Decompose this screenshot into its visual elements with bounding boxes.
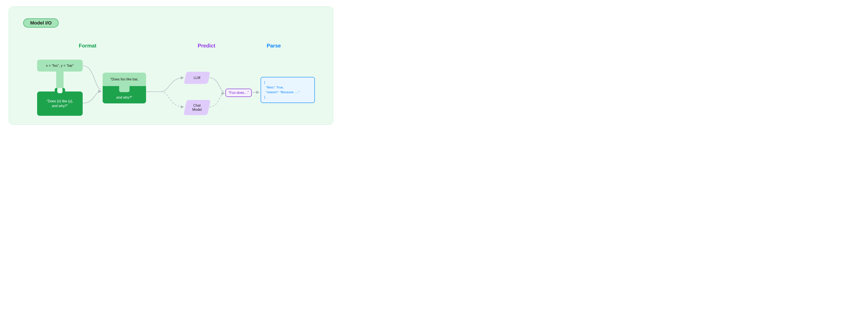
predict-chat-label-1: Chat [193,104,201,107]
parse-line-1: { [264,80,311,85]
format-input-vars-text: x = “foo”, y = “bar” [46,64,74,68]
parse-line-2: “likes”: True, [264,85,311,90]
predict-llm-node: LLM [184,72,210,84]
format-heading: Format [79,43,96,49]
format-template-line1: “Does {x} like {y}, [37,99,83,104]
predict-heading: Predict [198,43,215,49]
diagram-panel: Model I/O Format Predict Parse x = “foo”… [9,6,333,125]
format-filled-notch [119,86,129,92]
parse-line-3: “reason”: “Because ….” [264,90,311,95]
predict-output: “Foo does…” [225,89,252,97]
format-filled-line2: and why?” [116,96,132,100]
parse-heading: Parse [267,43,281,49]
predict-chat-label-2: Model [192,108,202,111]
format-filled-top: “Does foo like bar, [103,73,146,86]
predict-chat-node: Chat Model [184,100,211,115]
predict-output-text: “Foo does…” [228,91,249,95]
parse-line-4: } [264,95,311,100]
format-input-vars: x = “foo”, y = “bar” [37,60,83,71]
predict-llm-label: LLM [193,76,200,80]
section-badge: Model I/O [23,19,59,28]
format-template-line2: and why?” [37,104,83,108]
parse-output: { “likes”: True, “reason”: “Because ….” … [260,77,315,103]
format-filled-line1: “Does foo like bar, [111,77,138,81]
format-template: “Does {x} like {y}, and why?” [37,92,83,116]
